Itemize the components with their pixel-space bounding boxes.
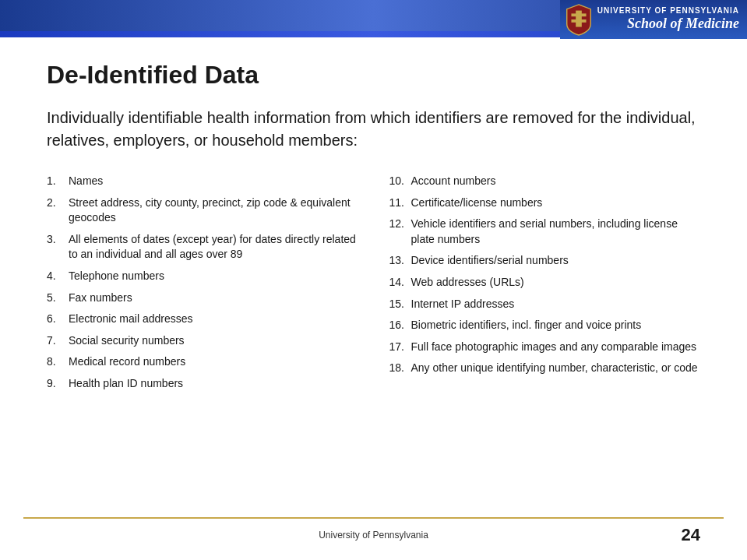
list-item: 15.Internet IP addresses — [389, 297, 701, 312]
list-item: 14.Web addresses (URLs) — [389, 275, 701, 291]
left-column: 1.Names2.Street address, city county, pr… — [47, 174, 358, 398]
list-item: 11.Certificate/license numbers — [389, 195, 701, 211]
right-column: 10.Account numbers11.Certificate/license… — [389, 174, 701, 398]
list-text: Medical record numbers — [69, 354, 185, 370]
list-number: 3. — [47, 232, 69, 248]
list-number: 4. — [47, 269, 69, 284]
list-text: Street address, city county, precinct, z… — [69, 195, 358, 226]
list-number: 5. — [47, 291, 69, 306]
list-number: 6. — [47, 312, 69, 327]
list-item: 3.All elements of dates (except year) fo… — [47, 232, 358, 262]
slide-content: De-Identified Data Individually identifi… — [0, 37, 747, 414]
top-bar: UNIVERSITY OF PENNSYLVANIA School of Med… — [0, 0, 747, 31]
list-text: Social security numbers — [69, 333, 185, 349]
list-number: 2. — [47, 195, 69, 211]
list-number: 14. — [389, 275, 411, 291]
list-number: 1. — [47, 174, 69, 189]
slide-title: De-Identified Data — [47, 61, 700, 90]
list-number: 12. — [389, 217, 411, 232]
intro-text: Individually identifiable health informa… — [47, 107, 700, 152]
list-text: Device identifiers/serial numbers — [411, 253, 569, 269]
penn-shield-icon — [565, 3, 593, 36]
list-item: 4.Telephone numbers — [47, 269, 358, 284]
list-number: 16. — [389, 318, 411, 333]
list-number: 10. — [389, 174, 411, 189]
university-name: UNIVERSITY OF PENNSYLVANIA — [597, 6, 739, 16]
list-number: 17. — [389, 340, 411, 355]
page-number: 24 — [482, 525, 700, 545]
list-text: Electronic mail addresses — [69, 312, 193, 327]
list-item: 17.Full face photographic images and any… — [389, 340, 701, 355]
logo-area: UNIVERSITY OF PENNSYLVANIA School of Med… — [560, 0, 747, 39]
list-item: 6.Electronic mail addresses — [47, 312, 358, 327]
list-item: 12.Vehicle identifiers and serial number… — [389, 217, 701, 247]
list-number: 15. — [389, 297, 411, 312]
list-text: Health plan ID numbers — [69, 376, 183, 392]
list-number: 13. — [389, 253, 411, 269]
list-text: Certificate/license numbers — [411, 195, 543, 211]
list-item: 8.Medical record numbers — [47, 354, 358, 370]
list-item: 1.Names — [47, 174, 358, 189]
list-text: All elements of dates (except year) for … — [69, 232, 358, 262]
list-item: 13.Device identifiers/serial numbers — [389, 253, 701, 269]
list-item: 10.Account numbers — [389, 174, 701, 189]
list-text: Full face photographic images and any co… — [411, 340, 697, 355]
list-number: 11. — [389, 195, 411, 211]
list-number: 18. — [389, 361, 411, 376]
logo-text: UNIVERSITY OF PENNSYLVANIA School of Med… — [597, 6, 739, 33]
list-number: 8. — [47, 354, 69, 370]
list-item: 16.Biometric identifiers, incl. finger a… — [389, 318, 701, 333]
list-text: Fax numbers — [69, 291, 132, 306]
columns-wrapper: 1.Names2.Street address, city county, pr… — [47, 174, 700, 398]
list-item: 7.Social security numbers — [47, 333, 358, 349]
list-number: 7. — [47, 333, 69, 349]
list-item: 2.Street address, city county, precinct,… — [47, 195, 358, 226]
list-text: Internet IP addresses — [411, 297, 515, 312]
list-text: Vehicle identifiers and serial numbers, … — [411, 217, 701, 247]
list-item: 5.Fax numbers — [47, 291, 358, 306]
list-text: Biometric identifiers, incl. finger and … — [411, 318, 642, 333]
bottom-area: University of Pennsylvania 24 — [0, 517, 747, 560]
school-name: School of Medicine — [597, 16, 739, 33]
list-text: Web addresses (URLs) — [411, 275, 524, 291]
list-item: 18.Any other unique identifying number, … — [389, 361, 701, 376]
footer: University of Pennsylvania 24 — [0, 519, 747, 545]
list-item: 9.Health plan ID numbers — [47, 376, 358, 392]
list-number: 9. — [47, 376, 69, 392]
list-text: Any other unique identifying number, cha… — [411, 361, 698, 376]
list-text: Names — [69, 174, 103, 189]
list-text: Telephone numbers — [69, 269, 164, 284]
footer-center: University of Pennsylvania — [265, 530, 483, 541]
list-text: Account numbers — [411, 174, 496, 189]
